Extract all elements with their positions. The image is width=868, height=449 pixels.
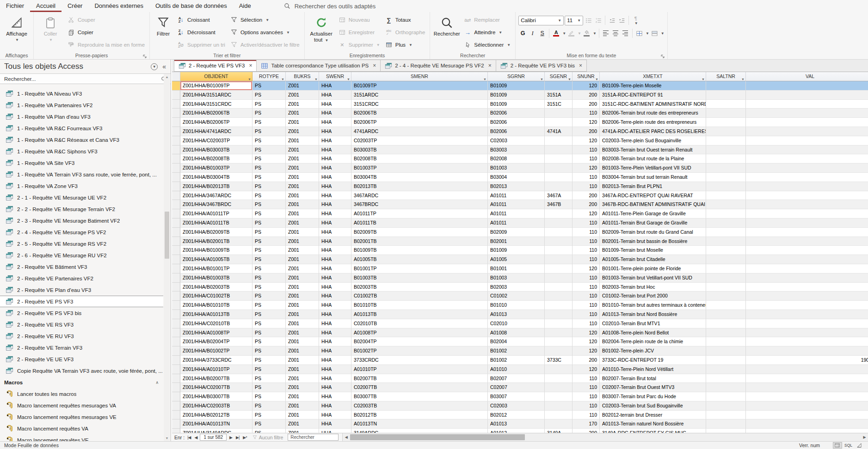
cell-snunr[interactable]: 110 — [573, 319, 600, 328]
cell-rotype[interactable]: PS — [252, 146, 286, 155]
cell-rotype[interactable]: PS — [252, 401, 286, 411]
cell-val[interactable] — [746, 136, 868, 146]
cell-saltnr[interactable] — [706, 200, 746, 209]
cell-rotype[interactable]: PS — [252, 337, 286, 346]
cell-smenr[interactable]: A01013TN — [351, 419, 488, 429]
cell-snunr[interactable]: 110 — [573, 228, 600, 237]
cell-bukrs[interactable]: Z001 — [286, 146, 319, 155]
cell-sgenr[interactable]: 3467A — [545, 191, 573, 200]
cell-saltnr[interactable] — [706, 337, 746, 346]
cell-smenr[interactable]: B03007TB — [351, 392, 488, 401]
nav-item-query[interactable]: 1 - Requête VA Site VF3 — [0, 157, 163, 169]
cell-val[interactable] — [746, 283, 868, 292]
cell-swenr[interactable]: HHA — [319, 264, 351, 273]
totals-button[interactable]: ∑ Totaux — [383, 14, 427, 26]
cell-objident[interactable]: Z001/HHA/B01003TB — [180, 273, 252, 283]
cell-saltnr[interactable] — [706, 383, 746, 392]
cell-saltnr[interactable] — [706, 136, 746, 146]
scroll-up-icon[interactable]: ▲ — [164, 74, 170, 80]
clipboard-dialog-launcher[interactable] — [142, 53, 148, 58]
cell-swenr[interactable]: HHA — [319, 429, 351, 433]
cell-val[interactable] — [746, 209, 868, 218]
cell-sgrnr[interactable]: B02007 — [488, 374, 545, 383]
cell-snunr[interactable]: 120 — [573, 328, 600, 338]
cell-saltnr[interactable] — [706, 100, 746, 109]
cell-xmetxt[interactable]: A01011-Terre-Plein Garage de Graville — [600, 209, 706, 218]
cell-sgenr[interactable] — [545, 237, 573, 246]
cell-sgenr[interactable]: 3733C — [545, 356, 573, 365]
cell-sgenr[interactable] — [545, 301, 573, 310]
cell-bukrs[interactable]: Z001 — [286, 237, 319, 246]
cell-sgrnr[interactable]: A01012 — [488, 429, 545, 433]
filter-dropdown-icon[interactable]: ▼ — [595, 75, 598, 81]
cell-snunr[interactable]: 110 — [573, 411, 600, 420]
cell-xmetxt[interactable]: B02006-Terre-plein route des entrepreneu… — [600, 118, 706, 127]
cell-smenr[interactable]: B02003TB — [351, 283, 488, 292]
cell-objident[interactable]: Z001/HHA/3149ARDC — [180, 429, 252, 433]
cell-sgrnr[interactable]: C02003 — [488, 136, 545, 146]
cell-val[interactable] — [746, 154, 868, 164]
cell-xmetxt[interactable]: B03007-Terrain brut Parc du Hode — [600, 392, 706, 401]
cell-objident[interactable]: Z001/HHA/B02009TB — [180, 228, 252, 237]
cell-val[interactable] — [746, 273, 868, 283]
cell-sgrnr[interactable]: B03003 — [488, 146, 545, 155]
cell-swenr[interactable]: HHA — [319, 173, 351, 182]
cell-xmetxt[interactable]: B01003-Terre-Plein Vetillart-pont VII SU… — [600, 164, 706, 173]
cell-bukrs[interactable]: Z001 — [286, 301, 319, 310]
nav-item-query[interactable]: 2 - 3 - Requête VE Mesurage Batiment VF2 — [0, 215, 163, 226]
cell-swenr[interactable]: HHA — [319, 273, 351, 283]
cell-sgrnr[interactable]: A01008 — [488, 328, 545, 338]
filter-button[interactable]: Filtrer — [153, 14, 174, 37]
cell-sgenr[interactable] — [545, 283, 573, 292]
cell-val[interactable] — [746, 191, 868, 200]
row-selector[interactable] — [172, 337, 180, 346]
last-record-button[interactable]: ▶| — [235, 435, 240, 440]
cell-sgenr[interactable] — [545, 337, 573, 346]
cell-sgrnr[interactable]: A01011 — [488, 209, 545, 218]
scroll-down-icon[interactable]: ▼ — [164, 435, 170, 441]
column-header-swenr[interactable]: SWENR▼ — [319, 72, 351, 81]
cell-sgrnr[interactable]: B03004 — [488, 173, 545, 182]
row-selector[interactable] — [172, 191, 180, 200]
font-name-combo[interactable]: Calibri▼ — [518, 16, 564, 25]
cell-val[interactable] — [746, 200, 868, 209]
highlight-color-button[interactable] — [567, 29, 576, 38]
cell-val[interactable] — [746, 218, 868, 228]
cell-snunr[interactable]: 110 — [573, 392, 600, 401]
cell-xmetxt[interactable]: C02003-Terre-plein Sud Bougainville — [600, 136, 706, 146]
cell-snunr[interactable]: 110 — [573, 383, 600, 392]
cell-bukrs[interactable]: Z001 — [286, 273, 319, 283]
cell-swenr[interactable]: HHA — [319, 246, 351, 255]
menu-tab-outils-de-base-de-donn-es[interactable]: Outils de base de données — [149, 0, 233, 12]
cell-snunr[interactable]: 110 — [573, 374, 600, 383]
cell-bukrs[interactable]: Z001 — [286, 200, 319, 209]
nav-item-query[interactable]: 2 - Requête VE RS VF3 — [0, 319, 163, 330]
record-search-input[interactable]: Rechercher — [288, 434, 339, 441]
text-format-dialog-launcher[interactable] — [660, 53, 665, 58]
cell-smenr[interactable]: B02008TB — [351, 154, 488, 164]
scrollbar-thumb[interactable] — [350, 434, 525, 440]
cell-swenr[interactable]: HHA — [319, 419, 351, 429]
cell-snunr[interactable]: 110 — [573, 310, 600, 319]
cell-rotype[interactable]: PS — [252, 91, 286, 100]
cell-objident[interactable]: Z001/HHA/3733CRDC — [180, 356, 252, 365]
cell-smenr[interactable]: B02006TB — [351, 109, 488, 118]
cell-swenr[interactable]: HHA — [319, 218, 351, 228]
row-selector[interactable] — [172, 237, 180, 246]
new-record-button[interactable]: ▶* — [242, 435, 247, 440]
cell-xmetxt[interactable]: A01005-Terrain brut Citadelle — [600, 255, 706, 264]
cell-rotype[interactable]: PS — [252, 164, 286, 173]
cell-sgrnr[interactable]: B02003 — [488, 283, 545, 292]
cell-bukrs[interactable]: Z001 — [286, 81, 319, 91]
cell-saltnr[interactable] — [706, 419, 746, 429]
cell-smenr[interactable]: 3149ARDC — [351, 429, 488, 433]
cell-snunr[interactable]: 110 — [573, 154, 600, 164]
cell-xmetxt[interactable]: B02001-Terrain brut bassin de Bossière — [600, 237, 706, 246]
cell-sgrnr[interactable]: C02010 — [488, 319, 545, 328]
cell-saltnr[interactable] — [706, 255, 746, 264]
cell-bukrs[interactable]: Z001 — [286, 328, 319, 338]
cell-rotype[interactable]: PS — [252, 228, 286, 237]
cell-sgrnr[interactable]: A01013 — [488, 310, 545, 319]
cell-rotype[interactable]: PS — [252, 392, 286, 401]
cell-sgenr[interactable] — [545, 209, 573, 218]
